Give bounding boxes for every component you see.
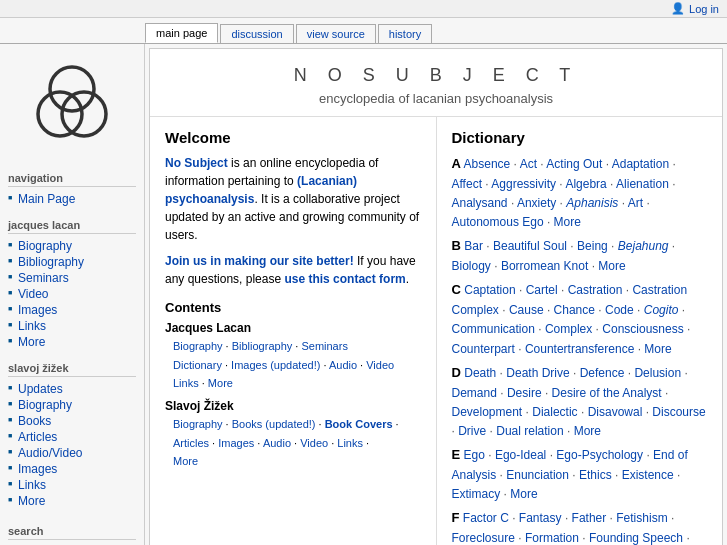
dict-entry-analysand[interactable]: Analysand bbox=[452, 196, 508, 210]
sidebar-item-jl-bibliography[interactable]: Bibliography bbox=[8, 254, 136, 270]
dict-entry-algebra[interactable]: Algebra bbox=[565, 177, 606, 191]
contents-sz-more[interactable]: More bbox=[173, 455, 198, 467]
dict-entry-drive[interactable]: Drive bbox=[458, 424, 486, 438]
sidebar-item-jl-images[interactable]: Images bbox=[8, 302, 136, 318]
dict-entry-development[interactable]: Development bbox=[452, 405, 523, 419]
dict-entry-countertransference[interactable]: Countertransference bbox=[525, 342, 634, 356]
dict-entry-ego-psychology[interactable]: Ego-Psychology bbox=[556, 448, 643, 462]
dict-entry-bejahung[interactable]: Bejahung bbox=[618, 239, 669, 253]
dict-entry-dual-relation[interactable]: Dual relation bbox=[496, 424, 563, 438]
dict-entry-acting-out[interactable]: Acting Out bbox=[546, 157, 602, 171]
dict-entry-aphanisis[interactable]: Aphanisis bbox=[566, 196, 618, 210]
dict-entry-borromean-knot[interactable]: Borromean Knot bbox=[501, 259, 588, 273]
dict-entry-code[interactable]: Code bbox=[605, 303, 634, 317]
dict-entry-absence[interactable]: Absence bbox=[464, 157, 511, 171]
sidebar-item-sz-links[interactable]: Links bbox=[8, 477, 136, 493]
contents-jl-video[interactable]: Video bbox=[366, 359, 394, 371]
contents-sz-books[interactable]: Books (updated!) bbox=[232, 418, 316, 430]
contents-sz-video[interactable]: Video bbox=[300, 437, 328, 449]
dict-entry-factor-c[interactable]: Factor C bbox=[463, 511, 509, 525]
dict-entry-b-more[interactable]: More bbox=[598, 259, 625, 273]
dict-entry-castration[interactable]: Castration bbox=[568, 283, 623, 297]
tab-discussion[interactable]: discussion bbox=[220, 24, 293, 43]
sidebar-item-sz-biography[interactable]: Biography bbox=[8, 397, 136, 413]
dict-entry-act[interactable]: Act bbox=[520, 157, 537, 171]
dict-entry-foreclosure[interactable]: Foreclosure bbox=[452, 531, 515, 545]
dict-entry-counterpart[interactable]: Counterpart bbox=[452, 342, 515, 356]
dict-entry-cause[interactable]: Cause bbox=[509, 303, 544, 317]
tab-main-page[interactable]: main page bbox=[145, 23, 218, 43]
dict-entry-death[interactable]: Death bbox=[464, 366, 496, 380]
no-subject-link[interactable]: No Subject bbox=[165, 156, 228, 170]
contents-jl-biography[interactable]: Biography bbox=[173, 340, 223, 352]
dict-entry-beautiful-soul[interactable]: Beautiful Soul bbox=[493, 239, 567, 253]
login-link[interactable]: Log in bbox=[689, 3, 719, 15]
sidebar-item-jl-seminars[interactable]: Seminars bbox=[8, 270, 136, 286]
contents-jl-audio[interactable]: Audio bbox=[329, 359, 357, 371]
dict-entry-ego[interactable]: Ego bbox=[464, 448, 485, 462]
contents-sz-articles[interactable]: Articles bbox=[173, 437, 209, 449]
dict-entry-d-more[interactable]: More bbox=[574, 424, 601, 438]
join-link[interactable]: Join us in making our site better! bbox=[165, 254, 354, 268]
sidebar-item-jl-video[interactable]: Video bbox=[8, 286, 136, 302]
dict-entry-enunciation[interactable]: Enunciation bbox=[506, 468, 569, 482]
dict-entry-chance[interactable]: Chance bbox=[554, 303, 595, 317]
sidebar-item-sz-more[interactable]: More bbox=[8, 493, 136, 509]
contents-sz-images[interactable]: Images bbox=[218, 437, 254, 449]
dict-entry-c-more[interactable]: More bbox=[644, 342, 671, 356]
dict-entry-a-more[interactable]: More bbox=[554, 215, 581, 229]
contents-jl-bibliography[interactable]: Bibliography bbox=[232, 340, 293, 352]
dict-entry-affect[interactable]: Affect bbox=[452, 177, 482, 191]
contents-jl-more[interactable]: More bbox=[208, 377, 233, 389]
dict-entry-complex[interactable]: Complex bbox=[545, 322, 592, 336]
dict-entry-demand[interactable]: Demand bbox=[452, 386, 497, 400]
dict-entry-adaptation[interactable]: Adaptation bbox=[612, 157, 669, 171]
contents-jl-dictionary[interactable]: Dictionary bbox=[173, 359, 222, 371]
sidebar-item-sz-images[interactable]: Images bbox=[8, 461, 136, 477]
contents-sz-audio[interactable]: Audio bbox=[263, 437, 291, 449]
dict-entry-formation[interactable]: Formation bbox=[525, 531, 579, 545]
dict-entry-extimacy[interactable]: Extimacy bbox=[452, 487, 501, 501]
dict-entry-autonomous-ego[interactable]: Autonomous Ego bbox=[452, 215, 544, 229]
dict-entry-ego-ideal[interactable]: Ego-Ideal bbox=[495, 448, 546, 462]
dict-entry-delusion[interactable]: Delusion bbox=[634, 366, 681, 380]
dict-entry-desire-analyst[interactable]: Desire of the Analyst bbox=[552, 386, 662, 400]
dict-entry-alienation[interactable]: Alienation bbox=[616, 177, 669, 191]
dict-entry-dialectic[interactable]: Dialectic bbox=[532, 405, 577, 419]
sidebar-item-jl-links[interactable]: Links bbox=[8, 318, 136, 334]
dict-entry-existence[interactable]: Existence bbox=[622, 468, 674, 482]
dict-entry-defence[interactable]: Defence bbox=[580, 366, 625, 380]
dict-entry-father[interactable]: Father bbox=[572, 511, 607, 525]
dict-entry-founding-speech[interactable]: Founding Speech bbox=[589, 531, 683, 545]
dict-entry-art[interactable]: Art bbox=[628, 196, 643, 210]
tab-history[interactable]: history bbox=[378, 24, 432, 43]
dict-entry-death-drive[interactable]: Death Drive bbox=[506, 366, 569, 380]
contents-jl-images[interactable]: Images (updated!) bbox=[231, 359, 320, 371]
dict-entry-consciousness[interactable]: Consciousness bbox=[602, 322, 683, 336]
contents-sz-biography[interactable]: Biography bbox=[173, 418, 223, 430]
contents-sz-bookcovers[interactable]: Book Covers bbox=[325, 418, 393, 430]
sidebar-item-main-page[interactable]: Main Page bbox=[8, 191, 136, 207]
dict-entry-anxiety[interactable]: Anxiety bbox=[517, 196, 556, 210]
dict-entry-cartel[interactable]: Cartel bbox=[526, 283, 558, 297]
dict-entry-being[interactable]: Being bbox=[577, 239, 608, 253]
dict-entry-biology[interactable]: Biology bbox=[452, 259, 491, 273]
dict-entry-desire[interactable]: Desire bbox=[507, 386, 542, 400]
contents-sz-links[interactable]: Links bbox=[337, 437, 363, 449]
sidebar-item-sz-articles[interactable]: Articles bbox=[8, 429, 136, 445]
dict-entry-disavowal[interactable]: Disavowal bbox=[588, 405, 643, 419]
dict-entry-cogito[interactable]: Cogito bbox=[644, 303, 679, 317]
dict-entry-captation[interactable]: Captation bbox=[464, 283, 515, 297]
sidebar-item-sz-audiovideo[interactable]: Audio/Video bbox=[8, 445, 136, 461]
sidebar-item-jl-more[interactable]: More bbox=[8, 334, 136, 350]
tab-view-source[interactable]: view source bbox=[296, 24, 376, 43]
sidebar-item-sz-books[interactable]: Books bbox=[8, 413, 136, 429]
sidebar-item-jl-biography[interactable]: Biography bbox=[8, 238, 136, 254]
dict-entry-discourse[interactable]: Discourse bbox=[652, 405, 705, 419]
contents-jl-seminars[interactable]: Seminars bbox=[301, 340, 347, 352]
dict-entry-ethics[interactable]: Ethics bbox=[579, 468, 612, 482]
dict-entry-aggressivity[interactable]: Aggressivity bbox=[491, 177, 556, 191]
dict-entry-fantasy[interactable]: Fantasy bbox=[519, 511, 562, 525]
contents-jl-links[interactable]: Links bbox=[173, 377, 199, 389]
dict-entry-e-more[interactable]: More bbox=[510, 487, 537, 501]
